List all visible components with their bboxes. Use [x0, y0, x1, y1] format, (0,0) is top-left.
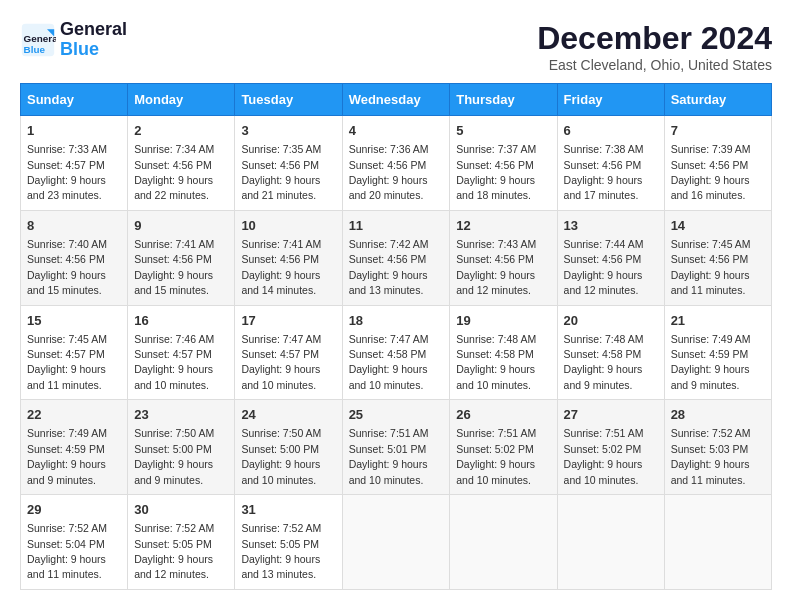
day-sunrise: Sunrise: 7:34 AM [134, 143, 214, 155]
day-number: 7 [671, 122, 765, 140]
day-sunrise: Sunrise: 7:52 AM [671, 427, 751, 439]
calendar-day-cell: 10Sunrise: 7:41 AMSunset: 4:56 PMDayligh… [235, 210, 342, 305]
day-number: 17 [241, 312, 335, 330]
day-daylight: Daylight: 9 hours and 15 minutes. [134, 269, 213, 296]
day-sunset: Sunset: 5:00 PM [134, 443, 212, 455]
calendar-day-cell: 31Sunrise: 7:52 AMSunset: 5:05 PMDayligh… [235, 495, 342, 590]
day-daylight: Daylight: 9 hours and 10 minutes. [349, 363, 428, 390]
day-daylight: Daylight: 9 hours and 11 minutes. [27, 553, 106, 580]
day-sunrise: Sunrise: 7:40 AM [27, 238, 107, 250]
day-number: 6 [564, 122, 658, 140]
calendar-day-cell: 6Sunrise: 7:38 AMSunset: 4:56 PMDaylight… [557, 116, 664, 211]
day-number: 14 [671, 217, 765, 235]
day-sunset: Sunset: 5:00 PM [241, 443, 319, 455]
day-number: 15 [27, 312, 121, 330]
calendar-day-cell: 12Sunrise: 7:43 AMSunset: 4:56 PMDayligh… [450, 210, 557, 305]
calendar-day-cell: 7Sunrise: 7:39 AMSunset: 4:56 PMDaylight… [664, 116, 771, 211]
day-daylight: Daylight: 9 hours and 16 minutes. [671, 174, 750, 201]
day-sunrise: Sunrise: 7:46 AM [134, 333, 214, 345]
day-sunrise: Sunrise: 7:47 AM [241, 333, 321, 345]
calendar-week-row: 29Sunrise: 7:52 AMSunset: 5:04 PMDayligh… [21, 495, 772, 590]
day-number: 13 [564, 217, 658, 235]
day-number: 28 [671, 406, 765, 424]
title-area: December 2024 East Cleveland, Ohio, Unit… [537, 20, 772, 73]
calendar-day-cell: 1Sunrise: 7:33 AMSunset: 4:57 PMDaylight… [21, 116, 128, 211]
day-daylight: Daylight: 9 hours and 10 minutes. [349, 458, 428, 485]
calendar-day-cell: 11Sunrise: 7:42 AMSunset: 4:56 PMDayligh… [342, 210, 450, 305]
day-daylight: Daylight: 9 hours and 10 minutes. [456, 458, 535, 485]
day-sunrise: Sunrise: 7:43 AM [456, 238, 536, 250]
day-number: 31 [241, 501, 335, 519]
logo-general-text: General [60, 19, 127, 39]
day-number: 20 [564, 312, 658, 330]
calendar-day-cell: 29Sunrise: 7:52 AMSunset: 5:04 PMDayligh… [21, 495, 128, 590]
day-daylight: Daylight: 9 hours and 10 minutes. [564, 458, 643, 485]
day-sunset: Sunset: 4:56 PM [564, 253, 642, 265]
day-sunrise: Sunrise: 7:50 AM [134, 427, 214, 439]
day-sunset: Sunset: 5:02 PM [564, 443, 642, 455]
day-number: 21 [671, 312, 765, 330]
day-sunset: Sunset: 4:56 PM [27, 253, 105, 265]
day-daylight: Daylight: 9 hours and 13 minutes. [241, 553, 320, 580]
day-daylight: Daylight: 9 hours and 20 minutes. [349, 174, 428, 201]
day-daylight: Daylight: 9 hours and 11 minutes. [671, 458, 750, 485]
day-number: 19 [456, 312, 550, 330]
day-daylight: Daylight: 9 hours and 9 minutes. [134, 458, 213, 485]
calendar-day-cell: 14Sunrise: 7:45 AMSunset: 4:56 PMDayligh… [664, 210, 771, 305]
day-daylight: Daylight: 9 hours and 23 minutes. [27, 174, 106, 201]
svg-text:General: General [24, 33, 56, 44]
day-number: 5 [456, 122, 550, 140]
day-sunset: Sunset: 4:57 PM [241, 348, 319, 360]
page-header: General Blue General Blue December 2024 … [20, 20, 772, 73]
day-sunset: Sunset: 4:56 PM [671, 253, 749, 265]
day-sunrise: Sunrise: 7:36 AM [349, 143, 429, 155]
calendar-day-cell: 18Sunrise: 7:47 AMSunset: 4:58 PMDayligh… [342, 305, 450, 400]
calendar-day-header: Sunday [21, 84, 128, 116]
calendar-week-row: 8Sunrise: 7:40 AMSunset: 4:56 PMDaylight… [21, 210, 772, 305]
day-sunrise: Sunrise: 7:49 AM [671, 333, 751, 345]
page-subtitle: East Cleveland, Ohio, United States [537, 57, 772, 73]
day-daylight: Daylight: 9 hours and 10 minutes. [241, 458, 320, 485]
day-sunset: Sunset: 4:56 PM [134, 159, 212, 171]
day-number: 12 [456, 217, 550, 235]
day-number: 26 [456, 406, 550, 424]
calendar-day-cell: 4Sunrise: 7:36 AMSunset: 4:56 PMDaylight… [342, 116, 450, 211]
calendar-day-cell: 30Sunrise: 7:52 AMSunset: 5:05 PMDayligh… [128, 495, 235, 590]
day-daylight: Daylight: 9 hours and 11 minutes. [27, 363, 106, 390]
page-title: December 2024 [537, 20, 772, 57]
day-daylight: Daylight: 9 hours and 12 minutes. [456, 269, 535, 296]
day-sunrise: Sunrise: 7:52 AM [241, 522, 321, 534]
calendar-day-cell: 23Sunrise: 7:50 AMSunset: 5:00 PMDayligh… [128, 400, 235, 495]
day-sunset: Sunset: 4:56 PM [456, 253, 534, 265]
day-daylight: Daylight: 9 hours and 12 minutes. [134, 553, 213, 580]
day-sunrise: Sunrise: 7:49 AM [27, 427, 107, 439]
day-sunset: Sunset: 5:01 PM [349, 443, 427, 455]
day-sunrise: Sunrise: 7:35 AM [241, 143, 321, 155]
day-daylight: Daylight: 9 hours and 9 minutes. [564, 363, 643, 390]
calendar-day-cell: 17Sunrise: 7:47 AMSunset: 4:57 PMDayligh… [235, 305, 342, 400]
calendar-day-cell [557, 495, 664, 590]
day-sunrise: Sunrise: 7:51 AM [564, 427, 644, 439]
day-number: 27 [564, 406, 658, 424]
day-sunset: Sunset: 4:56 PM [671, 159, 749, 171]
calendar-day-cell: 3Sunrise: 7:35 AMSunset: 4:56 PMDaylight… [235, 116, 342, 211]
day-sunset: Sunset: 5:03 PM [671, 443, 749, 455]
calendar-body: 1Sunrise: 7:33 AMSunset: 4:57 PMDaylight… [21, 116, 772, 590]
day-daylight: Daylight: 9 hours and 10 minutes. [241, 363, 320, 390]
day-sunrise: Sunrise: 7:45 AM [27, 333, 107, 345]
day-daylight: Daylight: 9 hours and 10 minutes. [134, 363, 213, 390]
day-sunset: Sunset: 4:56 PM [349, 159, 427, 171]
calendar-day-cell [450, 495, 557, 590]
day-number: 2 [134, 122, 228, 140]
day-sunrise: Sunrise: 7:51 AM [349, 427, 429, 439]
day-sunset: Sunset: 4:56 PM [349, 253, 427, 265]
day-sunrise: Sunrise: 7:47 AM [349, 333, 429, 345]
calendar-week-row: 15Sunrise: 7:45 AMSunset: 4:57 PMDayligh… [21, 305, 772, 400]
day-sunrise: Sunrise: 7:42 AM [349, 238, 429, 250]
calendar-day-header: Wednesday [342, 84, 450, 116]
day-sunset: Sunset: 5:02 PM [456, 443, 534, 455]
calendar-day-cell [664, 495, 771, 590]
calendar-day-header: Thursday [450, 84, 557, 116]
calendar-day-cell: 15Sunrise: 7:45 AMSunset: 4:57 PMDayligh… [21, 305, 128, 400]
day-number: 16 [134, 312, 228, 330]
